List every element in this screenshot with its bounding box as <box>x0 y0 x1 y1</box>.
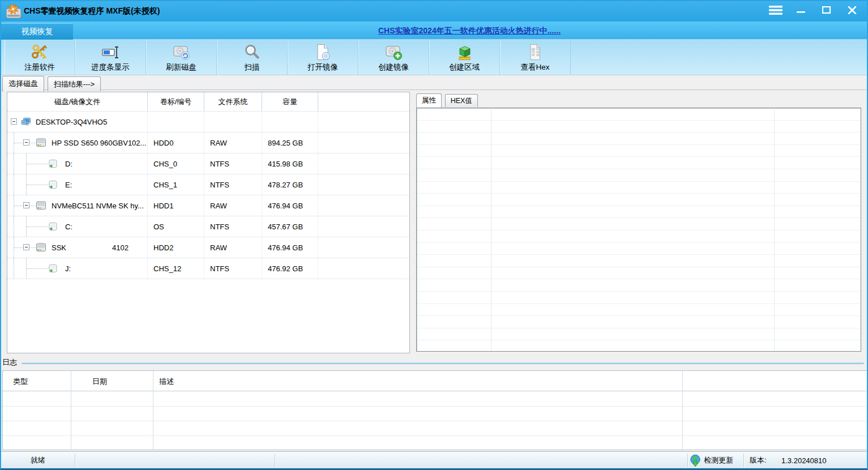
filesystem-cell <box>204 112 262 132</box>
tab-scan-results[interactable]: 扫描结果---> <box>48 76 101 91</box>
open-image-button[interactable]: 打开镜像 <box>288 40 358 75</box>
filler-cell <box>318 112 409 132</box>
unlicensed-badge: (未授权) <box>131 6 160 15</box>
disk-tree-row[interactable]: D:CHS_0NTFS415.98 GB <box>7 153 409 174</box>
disk-icon <box>36 138 46 148</box>
tree-connector <box>14 153 14 174</box>
create-image-button[interactable]: 创建镜像 <box>358 40 429 75</box>
disk-name-cell: D: <box>7 153 148 174</box>
disk-name: NVMeBC511 NVMe SK hy... <box>52 202 144 210</box>
disk-icon <box>36 201 46 211</box>
volume-cell: CHS_0 <box>148 153 204 174</box>
minimize-icon[interactable] <box>791 3 811 18</box>
properties-table <box>416 108 861 352</box>
capacity-cell: 476.94 GB <box>262 195 318 216</box>
log-table-body <box>3 392 867 450</box>
volume-cell: CHS_1 <box>148 174 204 195</box>
filesystem-cell: NTFS <box>204 153 262 174</box>
toolbar-button-label: 刷新磁盘 <box>166 62 196 72</box>
view-hex-button[interactable]: EB F4C5 904F 8D 查看Hex <box>500 40 571 75</box>
capacity-cell: 415.98 GB <box>262 153 318 174</box>
window-title: CHS零壹视频恢复程序 MXF版(未授权) <box>24 6 160 16</box>
filler-cell <box>318 195 409 216</box>
tab-hex-value[interactable]: HEX值 <box>445 94 478 107</box>
version-value: 1.3.20240810 <box>781 452 827 469</box>
volume-cell <box>148 112 204 132</box>
toolbar-button-label: 打开镜像 <box>307 62 338 72</box>
titlebar: CHS零壹视频恢复程序 MXF版(未授权) <box>1 1 867 22</box>
register-software-button[interactable]: 注册软件 <box>5 40 75 75</box>
filesystem-cell: RAW <box>204 133 262 153</box>
disk-tree-row[interactable]: C:OSNTFS457.67 GB <box>7 216 409 237</box>
disk-tree-row[interactable]: HP SSD S650 960GBV102...HDD0RAW894.25 GB <box>7 133 409 153</box>
globe-update-icon <box>690 454 701 467</box>
disk-tree-row[interactable]: SSK4102HDD2RAW476.94 GB <box>7 237 409 258</box>
tab-select-disk[interactable]: 选择磁盘 <box>2 76 44 92</box>
disk-name-cell: DESKTOP-3Q4VHO5 <box>7 112 148 132</box>
tab-properties[interactable]: 属性 <box>416 93 442 108</box>
status-divider <box>687 454 688 467</box>
disk-name: E: <box>65 181 72 189</box>
disk-tree-row[interactable]: E:CHS_1NTFS478.27 GB <box>7 174 409 195</box>
main-tab-row: 选择磁盘 扫描结果---> <box>1 75 867 90</box>
filesystem-cell: NTFS <box>204 174 262 195</box>
disk-name: HP SSD S650 960GBV102... <box>52 139 146 147</box>
maximize-icon[interactable] <box>816 3 837 18</box>
status-bar: 就绪 检测更新 版本: 1.3.20240810 <box>1 451 867 469</box>
tree-collapse-toggle[interactable] <box>23 202 29 208</box>
create-region-icon <box>455 43 473 61</box>
disk-tree-row[interactable]: J:CHS_12NTFS476.92 GB <box>7 258 409 279</box>
scan-icon <box>243 43 261 61</box>
log-group-line <box>22 362 864 364</box>
log-column-divider <box>71 371 71 450</box>
column-header-capacity: 容量 <box>262 92 318 111</box>
disk-tree-row[interactable]: NVMeBC511 NVMe SK hy...HDD1RAW476.94 GB <box>7 195 409 216</box>
tree-collapse-toggle[interactable] <box>23 244 29 250</box>
tree-collapse-toggle[interactable] <box>23 139 29 146</box>
log-column-divider <box>682 371 683 450</box>
tree-connector <box>14 216 14 237</box>
promo-link[interactable]: CHS实验室2024年五一软件优惠活动火热进行中...... <box>378 26 561 36</box>
toolbar-button-label: 创建区域 <box>449 62 480 72</box>
check-update-label: 检测更新 <box>704 455 733 465</box>
toolbar-button-label: 扫描 <box>245 62 260 72</box>
disk-name: J: <box>65 264 71 273</box>
column-header-filler <box>318 92 409 111</box>
status-text: 就绪 <box>1 452 75 469</box>
app-window: CHS零壹视频恢复程序 MXF版(未授权) 视频恢复 CHS实验室2024年五一… <box>0 0 868 470</box>
filler-cell <box>318 133 409 153</box>
view-hex-icon: EB F4C5 904F 8D <box>526 43 544 61</box>
tree-collapse-toggle[interactable] <box>11 118 17 125</box>
svg-text:4F 8D: 4F 8D <box>532 54 540 57</box>
log-table-header: 类型 日期 描述 <box>3 371 867 391</box>
create-region-button[interactable]: 创建区域 <box>429 40 500 75</box>
disk-name-cell: E: <box>7 174 148 195</box>
log-group-label: 日志 <box>2 357 17 368</box>
capacity-cell: 478.27 GB <box>262 174 318 195</box>
log-column-date: 日期 <box>92 377 107 387</box>
disk-name: C: <box>65 223 72 231</box>
refresh-disks-button[interactable]: 刷新磁盘 <box>146 40 217 75</box>
disk-name: D: <box>65 160 72 168</box>
tab-video-recovery[interactable]: 视频恢复 <box>1 23 73 40</box>
disk-tree-row[interactable]: DESKTOP-3Q4VHO5 <box>7 112 409 133</box>
filler-cell <box>318 258 409 279</box>
disk-tree-panel: 磁盘/镜像文件 卷标/编号 文件系统 容量 DESKTOP-3Q4VHO5HP … <box>7 92 410 353</box>
disk-name-extra: 4102 <box>112 243 129 252</box>
disk-name: SSK <box>52 243 66 252</box>
partition-icon <box>48 159 58 168</box>
column-header-filesystem: 文件系统 <box>204 92 262 111</box>
check-update-button[interactable]: 检测更新 <box>690 452 733 469</box>
scan-button[interactable]: 扫描 <box>217 40 288 75</box>
filler-cell <box>318 216 409 237</box>
close-icon[interactable] <box>842 3 862 18</box>
tree-connector <box>27 185 48 185</box>
capacity-cell: 894.25 GB <box>262 133 318 153</box>
log-panel: 类型 日期 描述 <box>2 370 868 450</box>
capacity-cell: 457.67 GB <box>262 216 318 237</box>
menu-icon[interactable] <box>766 3 786 18</box>
toolbar-button-label: 进度条显示 <box>91 62 130 72</box>
progress-display-button[interactable]: 进度条显示 <box>75 40 146 75</box>
properties-column-divider <box>774 108 775 351</box>
column-header-disk: 磁盘/镜像文件 <box>7 92 148 111</box>
